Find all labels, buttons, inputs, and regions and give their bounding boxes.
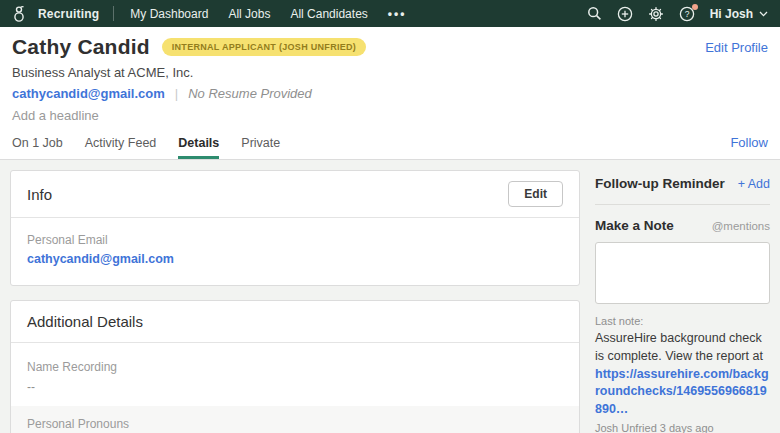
candidate-header: Cathy Candid INTERNAL APPLICANT (JOSH UN…: [0, 27, 780, 123]
name-recording-label: Name Recording: [27, 360, 563, 374]
search-icon[interactable]: [586, 5, 603, 22]
nav-separator: [113, 6, 114, 21]
last-note-text: AssureHire background check is complete.…: [595, 330, 770, 419]
sidebar-divider: [595, 204, 770, 205]
info-edit-button[interactable]: Edit: [508, 181, 563, 207]
personal-email-label: Personal Email: [27, 233, 563, 247]
tab-private[interactable]: Private: [241, 136, 280, 159]
info-card: Info Edit Personal Email cathycandid@gma…: [10, 170, 580, 286]
content-area: Info Edit Personal Email cathycandid@gma…: [0, 160, 780, 433]
internal-applicant-badge: INTERNAL APPLICANT (JOSH UNFRIED): [162, 38, 366, 56]
greenhouse-logo-icon[interactable]: [12, 5, 28, 23]
resume-status: No Resume Provided: [188, 86, 312, 101]
tab-details[interactable]: Details: [178, 136, 219, 159]
main-column: Info Edit Personal Email cathycandid@gma…: [10, 170, 580, 433]
mentions-hint: @mentions: [712, 220, 770, 232]
app-window: Recruiting My Dashboard All Jobs All Can…: [0, 0, 780, 433]
user-menu[interactable]: Hi Josh: [710, 7, 768, 21]
help-icon[interactable]: ?: [679, 5, 696, 22]
note-textarea[interactable]: [595, 242, 770, 304]
top-navbar: Recruiting My Dashboard All Jobs All Can…: [0, 0, 780, 27]
tab-activity-feed[interactable]: Activity Feed: [85, 136, 157, 159]
contact-separator: |: [175, 86, 178, 101]
nav-brand-recruiting[interactable]: Recruiting: [38, 7, 99, 21]
tabs-bar: On 1 Job Activity Feed Details Private F…: [0, 123, 780, 160]
personal-pronouns-label: Personal Pronouns: [27, 417, 563, 431]
candidate-name: Cathy Candid: [12, 35, 150, 59]
user-greeting: Hi Josh: [710, 7, 753, 21]
followup-reminder-title: Follow-up Reminder: [595, 176, 725, 191]
edit-profile-link[interactable]: Edit Profile: [705, 40, 768, 55]
candidate-email-link[interactable]: cathycandid@gmail.com: [12, 86, 165, 101]
detail-row-personal-pronouns: Personal Pronouns --: [11, 406, 579, 433]
name-recording-value: --: [27, 380, 563, 394]
make-a-note-title: Make a Note: [595, 218, 674, 233]
detail-row-name-recording: Name Recording --: [11, 349, 579, 406]
add-headline-field[interactable]: Add a headline: [12, 108, 768, 123]
svg-text:?: ?: [685, 9, 690, 19]
nav-item-all-jobs[interactable]: All Jobs: [228, 7, 270, 21]
notification-dot: [692, 4, 698, 10]
personal-email-value-link[interactable]: cathycandid@gmail.com: [27, 252, 174, 266]
info-card-title: Info: [27, 186, 52, 203]
follow-link[interactable]: Follow: [730, 135, 768, 159]
last-note-body: AssureHire background check is complete.…: [595, 331, 763, 363]
gear-icon[interactable]: [648, 5, 665, 22]
candidate-subtitle: Business Analyst at ACME, Inc.: [12, 65, 768, 80]
chevron-down-icon: [759, 11, 768, 17]
last-note-label: Last note:: [595, 315, 770, 327]
additional-details-card: Additional Details Name Recording -- Per…: [10, 300, 580, 433]
add-plus-icon[interactable]: [617, 5, 634, 22]
tab-on-1-job[interactable]: On 1 Job: [12, 136, 63, 159]
last-note-author: Josh Unfried 3 days ago: [595, 422, 770, 433]
nav-item-my-dashboard[interactable]: My Dashboard: [130, 7, 208, 21]
nav-overflow-menu[interactable]: •••: [388, 7, 407, 21]
nav-item-all-candidates[interactable]: All Candidates: [290, 7, 367, 21]
right-sidebar: Follow-up Reminder + Add Make a Note @me…: [595, 170, 770, 433]
last-note-report-link[interactable]: https://assurehire.com/backgroundchecks/…: [595, 367, 769, 417]
additional-details-title: Additional Details: [27, 313, 143, 330]
followup-add-link[interactable]: + Add: [738, 177, 770, 191]
